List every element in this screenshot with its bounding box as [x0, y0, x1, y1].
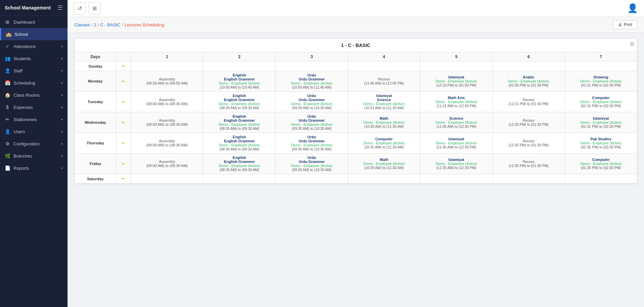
breadcrumb-classes[interactable]: Classes	[74, 22, 90, 27]
sidebar-item-label-branches: Branches	[14, 154, 58, 159]
hamburger-icon[interactable]: ☰	[57, 4, 63, 11]
cell-saturday-3	[276, 174, 348, 184]
chevron-down-icon: ▾	[61, 57, 63, 61]
teacher-name: Demo - Employee (Active)	[580, 162, 622, 166]
sidebar-item-label-users: Users	[14, 129, 58, 134]
cell-saturday-6	[492, 174, 565, 184]
edit-pencil-icon[interactable]: ✏	[122, 99, 125, 104]
print-label: Print	[624, 22, 632, 27]
cell-wednesday-2: EnglishEnglish Grammer Demo - Employee (…	[203, 112, 276, 133]
cell-wednesday-3: UrduUrdu Grammer Demo - Employee (Active…	[276, 112, 348, 133]
edit-pencil-icon[interactable]: ✏	[122, 120, 125, 125]
teacher-name: Demo - Employee (Active)	[436, 120, 477, 124]
col-header-1: 1	[131, 52, 203, 62]
sidebar-item-students[interactable]: 👥 Students ▾	[0, 52, 68, 65]
cell-time: (08:35 AM) to (09:30 AM)	[220, 106, 259, 110]
cell-time: (01:05 PM) to (01:30 PM)	[509, 83, 548, 87]
teacher-name: Demo - Employee (Active)	[291, 164, 333, 168]
sidebar-item-school[interactable]: 🏫 School	[0, 28, 68, 40]
sidebar-item-configuration[interactable]: ⚙ Configuration ▾	[0, 138, 68, 150]
cell-monday-2: EnglishEnglish Grammer Demo - Employee (…	[203, 71, 276, 92]
recess-text: Recess(11:45 AM) to (12:05 PM)	[364, 77, 404, 85]
subject-name: Computer	[375, 137, 393, 141]
sidebar-item-stationeries[interactable]: ✏ Stationeries ▾	[0, 113, 68, 125]
stationeries-icon: ✏	[5, 117, 10, 122]
subject-name: Science	[449, 116, 463, 120]
col-header-4: 4	[348, 52, 420, 62]
edit-pencil-icon[interactable]: ✏	[122, 79, 125, 84]
subject-name: English Grammer	[224, 118, 255, 122]
cell-monday-7: Drawing Demo - Employee (Active) (01:31 …	[565, 71, 637, 92]
sidebar-item-branches[interactable]: 🌿 Branches ▾	[0, 150, 68, 162]
sidebar-item-dashboard[interactable]: ⊞ Dashboard	[0, 16, 68, 28]
breadcrumb: Classes / 1 / C - BASIC / Lectures Sched…	[74, 22, 164, 27]
breadcrumb-sep-2: /	[98, 22, 99, 27]
subject-name: Urdu Grammer	[299, 160, 325, 164]
reports-icon: 📄	[5, 165, 10, 171]
edit-icon-tuesday[interactable]: ✏	[116, 92, 131, 112]
edit-icon-wednesday[interactable]: ✏	[116, 112, 131, 133]
day-cell-sunday: Sunday	[75, 62, 117, 71]
edit-icon-monday[interactable]: ✏	[116, 71, 131, 92]
cell-time: (11:35 AM) to (12:30 PM)	[436, 166, 476, 170]
cell-friday-2: EnglishEnglish Grammer Demo - Employee (…	[203, 154, 276, 174]
cell-saturday-5	[420, 174, 492, 184]
edit-icon-sunday[interactable]: ✏	[116, 62, 131, 71]
chevron-down-icon: ▾	[61, 154, 63, 158]
cell-friday-7: Computer Demo - Employee (Active) (01:35…	[565, 154, 637, 174]
cell-friday-6: Recess(12:35 PM) to (01:30 PM)	[492, 154, 565, 174]
edit-icon-saturday[interactable]: ✏	[116, 174, 131, 184]
sidebar-item-staff[interactable]: 👤 Staff ▾	[0, 65, 68, 77]
recess-text: Recess(12:35 PM) to (01:30 PM)	[509, 160, 548, 168]
chevron-down-icon: ▾	[61, 166, 63, 170]
sidebar-item-label-school: School	[15, 32, 63, 37]
teacher-name: Demo - Employee (Active)	[580, 141, 622, 145]
sidebar-item-expenses[interactable]: $ Expenses ▾	[0, 101, 68, 113]
print-button[interactable]: 🖨 Print	[613, 20, 637, 29]
sidebar-item-label-attendance: Attendance	[14, 44, 58, 49]
edit-icon-thursday[interactable]: ✏	[116, 133, 131, 154]
subject-name: English	[233, 156, 246, 160]
cell-saturday-4	[348, 174, 420, 184]
chevron-down-icon: ▾	[61, 81, 63, 85]
settings-gear-button[interactable]: ⚙	[630, 41, 635, 47]
subject-name: Urdu	[307, 94, 316, 98]
cell-tuesday-1: Assembly(08:00 AM) to (08:30 AM)	[131, 92, 203, 112]
subject-name: Math	[380, 158, 388, 162]
subject-name: Islamiyat	[448, 137, 464, 141]
cell-tuesday-6: Recess(12:31 PM) to (01:30 PM)	[492, 92, 565, 112]
cell-tuesday-4: IslamiyatScience Demo - Employee (Active…	[348, 92, 420, 112]
edit-pencil-icon[interactable]: ✏	[122, 161, 125, 166]
students-icon: 👥	[5, 56, 10, 61]
sidebar-item-reports[interactable]: 📄 Reports ▾	[0, 162, 68, 174]
calculator-button[interactable]: ⊞	[88, 2, 101, 15]
edit-pencil-icon[interactable]: ✏	[122, 141, 125, 146]
cell-friday-5: Islamiyat Demo - Employee (Active) (11:3…	[420, 154, 492, 174]
edit-pencil-icon[interactable]: ✏	[122, 176, 125, 181]
breadcrumb-c-basic[interactable]: C - BASIC	[100, 22, 121, 27]
schedule-title: 1 - C - BASIC	[75, 39, 637, 52]
teacher-name: Demo - Employee (Active)	[219, 81, 260, 85]
cell-time: (08:35 AM) to (09:30 AM)	[220, 126, 259, 131]
cell-time: (09:35 AM) to (10:30 AM)	[292, 168, 331, 172]
chevron-down-icon: ▾	[61, 69, 63, 73]
subject-name: English Grammer	[224, 139, 255, 143]
edit-pencil-icon[interactable]: ✏	[122, 64, 125, 69]
cell-sunday-7	[565, 62, 637, 71]
sidebar-item-users[interactable]: 👤 Users ▾	[0, 125, 68, 138]
user-profile[interactable]: 👤	[627, 3, 638, 14]
col-header-3: 3	[276, 52, 348, 62]
subject-name: Urdu Grammer	[299, 118, 325, 122]
refresh-button[interactable]: ↺	[74, 2, 86, 15]
sidebar-item-classrooms[interactable]: 🏠 Class Rooms ▾	[0, 89, 68, 101]
subject-name: Urdu	[307, 73, 316, 77]
breadcrumb-sep-1: /	[91, 22, 93, 27]
cell-time: (10:35 AM) to (11:30 AM)	[364, 145, 404, 149]
breadcrumb-1[interactable]: 1	[94, 22, 96, 27]
edit-icon-friday[interactable]: ✏	[116, 154, 131, 174]
col-header-edit	[116, 52, 131, 62]
sidebar-item-attendance[interactable]: ✓ Attendance ▾	[0, 40, 68, 52]
sidebar-item-scheduling[interactable]: 📅 Scheduling ▾	[0, 77, 68, 89]
cell-thursday-5: Islamiyat Demo - Employee (Active) (11:3…	[420, 133, 492, 154]
subject-name: Urdu Grammer	[299, 77, 325, 81]
